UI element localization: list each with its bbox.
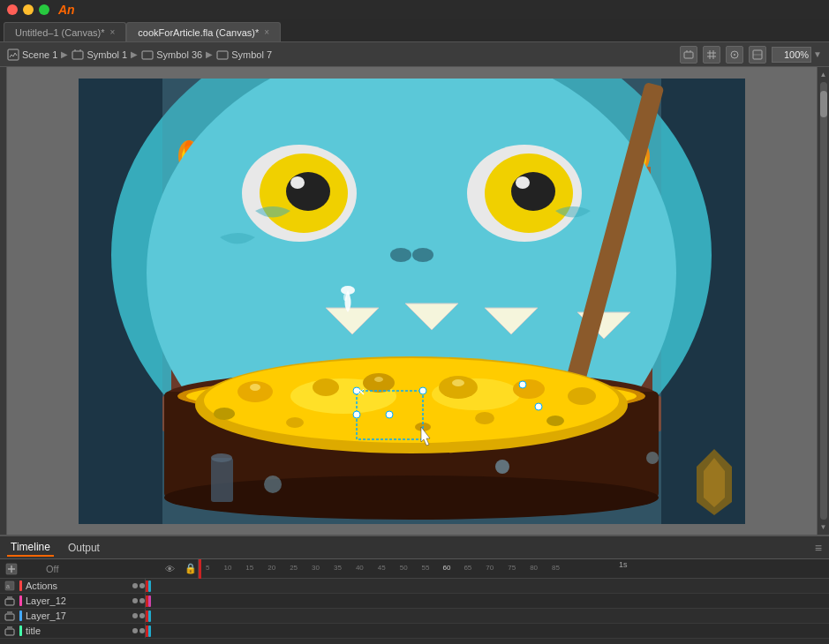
- frame-block: [148, 580, 151, 592]
- tab-cookforarticle[interactable]: cookForArticle.fla (Canvas)* ×: [126, 22, 281, 41]
- timeline-controls-row: Off 👁 🔒 1s 5 10 15 20 25 30 35: [0, 559, 829, 579]
- layer-info-actions[interactable]: a Actions: [0, 579, 146, 593]
- canvas-tools: ▼: [680, 46, 822, 64]
- minimize-button[interactable]: [23, 4, 34, 15]
- vis-dot[interactable]: [132, 598, 138, 603]
- svg-rect-4: [142, 51, 153, 59]
- svg-rect-107: [5, 629, 14, 635]
- tab-bar: Untitled–1 (Canvas)* × cookForArticle.fl…: [0, 19, 829, 42]
- svg-point-72: [439, 376, 478, 399]
- svg-point-74: [568, 387, 596, 405]
- svg-text:a: a: [6, 583, 10, 589]
- layer-vis-icons: [132, 583, 145, 588]
- svg-point-93: [264, 476, 282, 493]
- svg-point-70: [313, 378, 339, 396]
- lock-dot[interactable]: [139, 583, 145, 588]
- zoom-dropdown-arrow[interactable]: ▼: [813, 49, 822, 59]
- svg-rect-5: [217, 51, 228, 59]
- maximize-button[interactable]: [39, 4, 49, 15]
- scroll-thumb[interactable]: [820, 91, 827, 117]
- breadcrumb-symbol7[interactable]: Symbol 7: [216, 49, 272, 61]
- layer-frames-title[interactable]: [146, 624, 829, 638]
- layer-type-icon: [4, 595, 16, 607]
- svg-point-86: [353, 411, 360, 418]
- zoom-control[interactable]: ▼: [772, 47, 822, 63]
- tab-timeline[interactable]: Timeline: [7, 539, 54, 557]
- timeline-panel: Timeline Output ≡ Off 👁 🔒 1s: [0, 535, 829, 644]
- title-bar: An: [0, 0, 829, 19]
- vis-dot[interactable]: [132, 583, 138, 588]
- svg-point-50: [390, 248, 411, 262]
- breadcrumb-scene1[interactable]: Scene 1: [7, 49, 57, 61]
- layer-info-layer17[interactable]: Layer_17: [0, 609, 146, 623]
- add-layer-icon[interactable]: [5, 563, 18, 575]
- tab-untitled[interactable]: Untitled–1 (Canvas)* ×: [4, 22, 126, 41]
- playhead-red[interactable]: [199, 559, 201, 579]
- tab-close-icon[interactable]: ×: [110, 27, 116, 37]
- svg-point-48: [290, 176, 305, 189]
- scroll-up-arrow[interactable]: ▲: [818, 69, 829, 80]
- layer-name: Layer_17: [26, 610, 129, 621]
- ruler-ticks: 5 10 15 20 25 30 35 40 45 50 55 60 65 70…: [199, 559, 825, 579]
- svg-point-76: [374, 377, 383, 382]
- main-area: ▲ ▼: [0, 67, 829, 535]
- app-icon: An: [58, 3, 75, 17]
- timeline-header: Timeline Output ≡: [0, 536, 829, 559]
- snap-tool-button[interactable]: [726, 46, 743, 64]
- layer-name: title: [26, 625, 129, 636]
- frame-tool-button[interactable]: [749, 46, 766, 64]
- breadcrumb-bar: Scene 1 ▶ Symbol 1 ▶ Symbol 36 ▶ Symbol …: [0, 42, 829, 67]
- svg-point-57: [343, 294, 347, 301]
- layer-row-layer12: Layer_12: [0, 594, 829, 609]
- breadcrumb-symbol1[interactable]: Symbol 1: [72, 49, 127, 61]
- frame-block: [148, 595, 151, 607]
- close-button[interactable]: [7, 4, 18, 15]
- svg-point-79: [286, 417, 304, 428]
- svg-point-71: [363, 373, 395, 393]
- breadcrumb-symbol36[interactable]: Symbol 36: [141, 49, 202, 61]
- layer-info-layer12[interactable]: Layer_12: [0, 594, 146, 608]
- layer-type-icon: a: [4, 580, 16, 592]
- svg-point-96: [211, 453, 232, 462]
- timeline-rows: a Actions: [0, 579, 829, 644]
- scroll-track[interactable]: [820, 82, 827, 520]
- frame-block: [148, 625, 151, 637]
- svg-rect-6: [684, 52, 693, 58]
- lock-dot[interactable]: [139, 613, 145, 618]
- canvas-illustration: [79, 79, 745, 524]
- timeline-menu-icon[interactable]: ≡: [815, 541, 822, 555]
- lock-dot[interactable]: [139, 598, 145, 603]
- frame-ruler: 1s 5 10 15 20 25 30 35 40 45 50 55 60 65: [198, 559, 825, 579]
- layer-header-icons: 👁 🔒: [162, 563, 198, 574]
- layer-frames-layer12[interactable]: [146, 594, 829, 608]
- zoom-input[interactable]: [772, 47, 811, 63]
- clip-tool-button[interactable]: [680, 46, 697, 64]
- svg-point-88: [519, 381, 526, 388]
- svg-point-46: [286, 172, 330, 211]
- vis-dot[interactable]: [132, 628, 138, 633]
- lock-dot[interactable]: [139, 628, 145, 633]
- svg-point-75: [250, 384, 260, 391]
- layer-info-title[interactable]: title: [0, 624, 146, 638]
- layer-color-bar: [19, 625, 22, 636]
- scroll-down-arrow[interactable]: ▼: [818, 521, 829, 533]
- svg-point-51: [412, 248, 433, 262]
- svg-rect-0: [8, 49, 19, 60]
- canvas-area[interactable]: [7, 67, 817, 535]
- right-scrollbar[interactable]: ▲ ▼: [817, 67, 829, 535]
- tab-label: Untitled–1 (Canvas)*: [15, 27, 105, 38]
- frame-block: [148, 610, 151, 622]
- layer-frames-layer17[interactable]: [146, 609, 829, 623]
- grid-tool-button[interactable]: [703, 46, 720, 64]
- layer-frames-actions[interactable]: [146, 579, 829, 593]
- svg-point-47: [511, 172, 555, 211]
- visibility-icon[interactable]: 👁: [162, 564, 177, 574]
- svg-point-61: [164, 476, 659, 520]
- svg-point-78: [214, 408, 235, 420]
- tab-close-icon[interactable]: ×: [264, 27, 269, 37]
- lock-icon[interactable]: 🔒: [184, 563, 198, 574]
- tab-output[interactable]: Output: [64, 540, 103, 556]
- breadcrumb-arrow: ▶: [206, 49, 213, 59]
- layer-row-actions: a Actions: [0, 579, 829, 594]
- vis-dot[interactable]: [132, 613, 138, 618]
